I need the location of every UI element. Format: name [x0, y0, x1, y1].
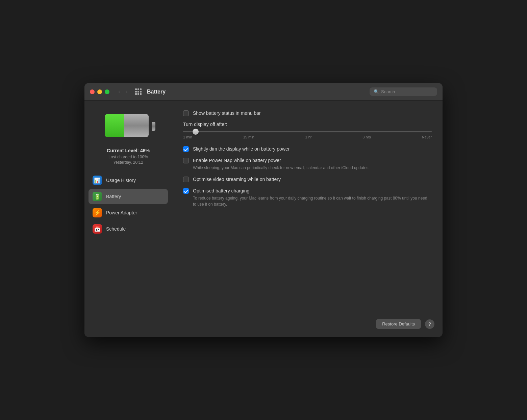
battery-icon-visual	[105, 114, 152, 138]
battery-fill	[105, 114, 125, 137]
power-nap-text: Enable Power Nap while on battery power …	[193, 157, 432, 171]
usage-history-label: Usage History	[106, 178, 136, 183]
power-nap-desc: While sleeping, your Mac can periodicall…	[193, 165, 432, 171]
usage-history-icon: 📊	[93, 176, 102, 185]
traffic-lights	[90, 89, 109, 94]
battery-rest	[124, 114, 149, 137]
show-battery-text: Show battery status in menu bar	[193, 110, 432, 116]
main-panel: Show battery status in menu bar Turn dis…	[172, 101, 443, 337]
optimised-charging-text: Optimised battery charging To reduce bat…	[193, 188, 432, 207]
tick-never: Never	[422, 135, 432, 139]
schedule-icon: 📅	[93, 224, 102, 234]
battery-tip	[152, 122, 155, 131]
tick-1min: 1 min	[183, 135, 192, 139]
main-window: ‹ › Battery 🔍	[84, 83, 443, 337]
sidebar-item-schedule[interactable]: 📅 Schedule	[89, 221, 168, 236]
power-nap-row: Enable Power Nap while on battery power …	[183, 157, 432, 171]
dim-display-row: Slightly dim the display while on batter…	[183, 146, 432, 152]
search-input[interactable]	[381, 89, 433, 94]
dim-display-label: Slightly dim the display while on batter…	[193, 146, 290, 152]
optimised-charging-desc: To reduce battery ageing, your Mac learn…	[193, 195, 432, 207]
search-icon: 🔍	[374, 89, 379, 94]
power-adapter-icon: ⚡	[93, 208, 102, 217]
slider-thumb[interactable]	[193, 129, 199, 135]
restore-defaults-button[interactable]: Restore Defaults	[376, 319, 421, 329]
dim-display-checkbox[interactable]	[183, 146, 189, 152]
sidebar-item-usage-history[interactable]: 📊 Usage History	[89, 173, 168, 188]
battery-info: Current Level: 46% Last charged to 100% …	[107, 148, 150, 165]
current-level: Current Level: 46%	[107, 148, 150, 153]
optimise-video-checkbox[interactable]	[183, 177, 189, 182]
power-nap-checkbox[interactable]	[183, 158, 189, 163]
optimised-charging-row: Optimised battery charging To reduce bat…	[183, 188, 432, 207]
tick-1hr: 1 hr	[305, 135, 312, 139]
show-battery-checkbox[interactable]	[183, 110, 189, 116]
dim-display-text: Slightly dim the display while on batter…	[193, 146, 432, 152]
schedule-label: Schedule	[106, 226, 126, 232]
minimize-button[interactable]	[97, 89, 102, 94]
slider-track	[183, 131, 432, 132]
sidebar-nav: 📊 Usage History 🔋 Battery ⚡ Power Adapte…	[84, 173, 172, 238]
sidebar-item-battery[interactable]: 🔋 Battery	[89, 189, 168, 204]
power-adapter-label: Power Adapter	[106, 210, 137, 215]
grid-icon[interactable]	[135, 88, 142, 95]
power-nap-label: Enable Power Nap while on battery power	[193, 158, 281, 163]
window-title: Battery	[147, 89, 366, 95]
help-button[interactable]: ?	[425, 319, 434, 329]
close-button[interactable]	[90, 89, 95, 94]
titlebar: ‹ › Battery 🔍	[84, 83, 443, 101]
battery-nav-icon: 🔋	[93, 192, 102, 201]
bottom-bar: Restore Defaults ?	[376, 319, 434, 329]
sidebar: Current Level: 46% Last charged to 100% …	[84, 101, 172, 337]
display-off-slider-container	[183, 131, 432, 132]
charged-time: Yesterday, 20:12	[107, 160, 150, 165]
optimised-charging-label: Optimised battery charging	[193, 188, 249, 193]
tick-3hrs: 3 hrs	[362, 135, 371, 139]
nav-buttons: ‹ ›	[116, 87, 130, 96]
sidebar-item-power-adapter[interactable]: ⚡ Power Adapter	[89, 205, 168, 220]
show-battery-label: Show battery status in menu bar	[193, 110, 261, 116]
forward-button[interactable]: ›	[124, 87, 130, 96]
optimise-video-row: Optimise video streaming while on batter…	[183, 176, 432, 182]
last-charged-label: Last charged to 100%	[107, 155, 150, 159]
optimise-video-text: Optimise video streaming while on batter…	[193, 176, 432, 182]
optimise-video-label: Optimise video streaming while on batter…	[193, 177, 281, 182]
battery-label: Battery	[106, 194, 121, 199]
content-area: Current Level: 46% Last charged to 100% …	[84, 101, 443, 337]
optimised-charging-checkbox[interactable]	[183, 188, 189, 194]
tick-15min: 15 min	[243, 135, 254, 139]
search-box[interactable]: 🔍	[370, 87, 437, 96]
display-off-label: Turn display off after:	[183, 122, 432, 127]
maximize-button[interactable]	[105, 89, 109, 94]
display-off-section: Turn display off after: 1 min 15 min 1 h…	[183, 122, 432, 139]
slider-labels: 1 min 15 min 1 hr 3 hrs Never	[183, 135, 432, 139]
back-button[interactable]: ‹	[116, 87, 122, 96]
show-battery-row: Show battery status in menu bar	[183, 110, 432, 116]
